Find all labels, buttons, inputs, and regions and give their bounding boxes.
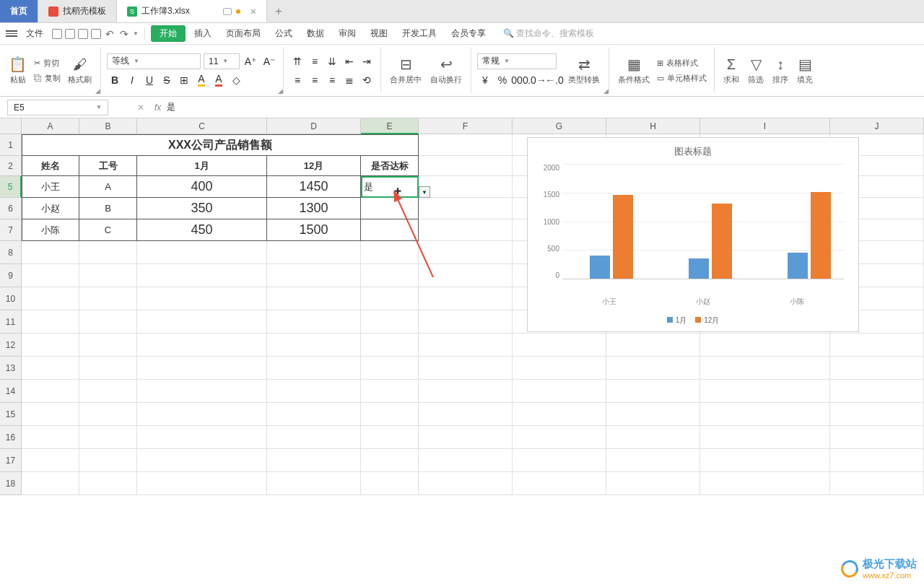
cell[interactable] <box>513 449 606 472</box>
cell-r3-m12[interactable]: 1500 <box>267 219 361 241</box>
cell[interactable] <box>419 380 513 403</box>
cell[interactable] <box>419 134 513 156</box>
cell[interactable] <box>513 380 606 403</box>
menu-data[interactable]: 数据 <box>301 25 330 43</box>
cell[interactable] <box>137 334 267 357</box>
menu-dev[interactable]: 开发工具 <box>396 25 443 43</box>
cell[interactable] <box>79 426 137 449</box>
cell[interactable] <box>419 403 513 426</box>
hamburger-icon[interactable] <box>6 29 17 39</box>
cell-dropdown-button[interactable]: ▼ <box>419 186 430 198</box>
font-family-combo[interactable]: 等线▼ <box>107 53 201 69</box>
cell[interactable] <box>22 380 79 403</box>
cell[interactable] <box>606 334 700 357</box>
row-header-13[interactable]: 13 <box>0 357 22 380</box>
qat-print-icon[interactable] <box>65 29 75 39</box>
cell-h-m1[interactable]: 1月 <box>137 156 267 176</box>
paste-button[interactable]: 📋粘贴 <box>6 54 30 87</box>
cell[interactable] <box>419 156 513 176</box>
cell[interactable] <box>267 472 361 495</box>
cell[interactable] <box>267 310 361 334</box>
cell[interactable] <box>137 380 267 403</box>
col-header-j[interactable]: J <box>830 118 924 134</box>
cell[interactable] <box>419 449 513 472</box>
worksheet[interactable]: A B C D E F G H I J 1 XXX公司产品销售额 2 姓名 工号… <box>0 118 924 584</box>
cell[interactable] <box>361 310 419 334</box>
cell-r2-m1[interactable]: 350 <box>137 198 267 219</box>
cell[interactable] <box>22 403 79 426</box>
format-painter-button[interactable]: 🖌格式刷 <box>65 55 95 87</box>
row-header-9[interactable]: 9 <box>0 264 22 287</box>
cell[interactable] <box>419 176 513 198</box>
filter-button[interactable]: ▽筛选 <box>745 54 767 87</box>
cell[interactable] <box>606 426 700 449</box>
cell[interactable] <box>830 334 924 357</box>
menu-member[interactable]: 会员专享 <box>445 25 492 43</box>
cell[interactable] <box>513 472 606 495</box>
col-header-i[interactable]: I <box>700 118 830 134</box>
row-header-12[interactable]: 12 <box>0 334 22 357</box>
cell[interactable] <box>79 472 137 495</box>
cell[interactable] <box>361 472 419 495</box>
cell[interactable] <box>79 380 137 403</box>
cell[interactable] <box>79 264 137 287</box>
cell[interactable] <box>419 219 513 241</box>
cell[interactable] <box>22 287 79 310</box>
percent-button[interactable]: % <box>494 72 510 88</box>
row-header-18[interactable]: 18 <box>0 472 22 495</box>
cell[interactable] <box>606 472 700 495</box>
col-header-c[interactable]: C <box>137 118 267 134</box>
row-header-5[interactable]: 5 <box>0 176 22 198</box>
menu-layout[interactable]: 页面布局 <box>220 25 266 43</box>
cell[interactable] <box>361 449 419 472</box>
fx-icon[interactable]: fx <box>154 103 161 113</box>
cell[interactable] <box>22 357 79 380</box>
fill-button[interactable]: ▤填充 <box>794 54 816 87</box>
cell[interactable] <box>830 357 924 380</box>
cancel-formula-icon[interactable]: ✕ <box>137 103 144 113</box>
cell-title[interactable]: XXX公司产品销售额 <box>22 134 419 156</box>
cell[interactable] <box>419 310 513 334</box>
cell[interactable] <box>137 357 267 380</box>
cell[interactable] <box>830 403 924 426</box>
number-format-combo[interactable]: 常规▼ <box>477 53 557 69</box>
cell[interactable] <box>419 472 513 495</box>
cell[interactable] <box>606 403 700 426</box>
cell[interactable] <box>700 472 830 495</box>
cell-r2-id[interactable]: B <box>79 198 137 219</box>
chart[interactable]: 图表标题 2000 1500 1000 500 0 小王 小赵 小陈 1月 <box>527 137 859 332</box>
command-search[interactable]: 🔍 查找命令、搜索模板 <box>503 27 594 40</box>
qat-more-icon[interactable]: ▼ <box>133 30 139 37</box>
clipboard-expand-icon[interactable]: ◢ <box>95 87 100 95</box>
cell[interactable] <box>137 264 267 287</box>
cell[interactable] <box>361 264 419 287</box>
col-header-h[interactable]: H <box>606 118 700 134</box>
number-expand-icon[interactable]: ◢ <box>603 87 609 95</box>
cell[interactable] <box>700 380 830 403</box>
row-header-11[interactable]: 11 <box>0 310 22 334</box>
cell[interactable] <box>419 264 513 287</box>
menu-start[interactable]: 开始 <box>151 25 186 42</box>
cell[interactable] <box>419 198 513 219</box>
font-color-button[interactable]: A <box>211 72 227 88</box>
type-convert-button[interactable]: ⇄类型转换 <box>565 54 603 87</box>
border-button[interactable]: ⊞ <box>176 72 192 88</box>
close-icon[interactable]: × <box>250 6 256 17</box>
indent-increase-button[interactable]: ⇥ <box>359 53 375 69</box>
cell[interactable] <box>361 380 419 403</box>
tab-home[interactable]: 首页 <box>0 0 38 22</box>
row-header-16[interactable]: 16 <box>0 426 22 449</box>
cell-r1-m12[interactable]: 1450 <box>267 176 361 198</box>
cell[interactable] <box>830 449 924 472</box>
table-style-button[interactable]: ⊞表格样式 <box>655 57 708 69</box>
indent-decrease-button[interactable]: ⇤ <box>341 53 357 69</box>
cell[interactable] <box>361 334 419 357</box>
cell-h-m12[interactable]: 12月 <box>267 156 361 176</box>
col-header-d[interactable]: D <box>267 118 361 134</box>
cell-r3-id[interactable]: C <box>79 219 137 241</box>
cell[interactable] <box>606 449 700 472</box>
cell[interactable] <box>79 357 137 380</box>
bold-button[interactable]: B <box>107 72 123 88</box>
cell[interactable] <box>137 449 267 472</box>
cell-r3-ok[interactable] <box>361 219 419 241</box>
